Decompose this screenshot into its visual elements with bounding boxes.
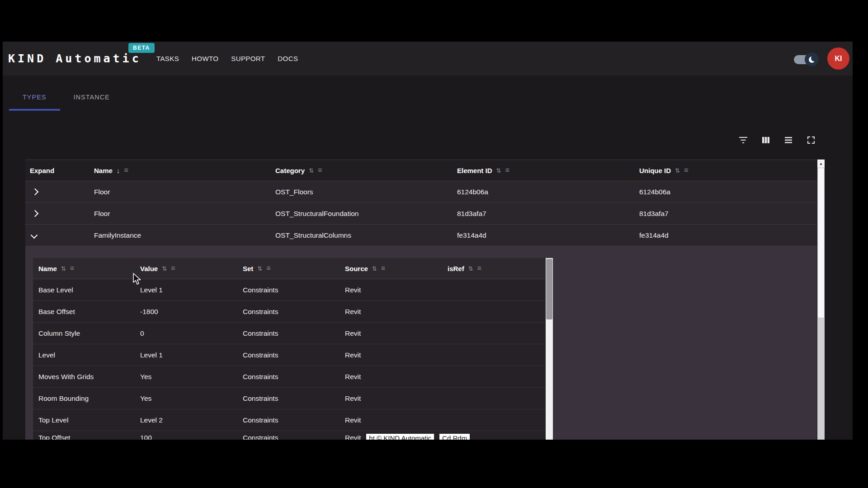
density-icon <box>783 135 794 145</box>
highlighted-fragment: ht © KIND Automatic <box>366 434 434 440</box>
columns-icon <box>760 135 771 145</box>
scroll-up-button[interactable]: ▲ <box>817 160 825 168</box>
filter-icon <box>738 135 749 145</box>
column-header-value[interactable]: Value ⇅ ≡ <box>140 258 175 279</box>
cell-name: Top Offset <box>38 431 70 440</box>
cell-source: Revit <box>345 409 361 431</box>
cell-set: Constraints <box>243 279 278 300</box>
sort-icon[interactable]: ⇅ <box>309 167 314 174</box>
tab-types[interactable]: TYPES <box>9 85 60 111</box>
scroll-up-arrow-icon: ▲ <box>819 161 823 166</box>
filter-button[interactable] <box>738 135 749 145</box>
nav-item-tasks[interactable]: TASKS <box>156 55 179 62</box>
main-scrollbar[interactable]: ▲ <box>817 160 825 440</box>
cell-source: Revit <box>345 344 361 366</box>
chevron-right-icon <box>32 210 39 217</box>
column-header-unique-id[interactable]: Unique ID ⇅ ≡ <box>639 160 688 181</box>
sort-icon[interactable]: ⇅ <box>372 265 377 272</box>
column-header-name[interactable]: Name ⇅ ≡ <box>38 258 74 279</box>
param-row: Level Level 1 Constraints Revit <box>33 344 546 366</box>
main-scrollbar-thumb[interactable] <box>817 168 825 318</box>
cell-value: -1800 <box>140 301 158 322</box>
column-header-source[interactable]: Source ⇅ ≡ <box>345 258 385 279</box>
cell-name: Level <box>38 344 55 366</box>
columns-button[interactable] <box>760 135 771 145</box>
cell-set: Constraints <box>243 409 278 431</box>
column-label: isRef <box>448 265 464 272</box>
user-avatar[interactable]: KI <box>827 47 849 70</box>
cell-source: Revit <box>345 279 361 300</box>
tab-instance[interactable]: INSTANCE <box>60 85 123 111</box>
nav-item-docs[interactable]: DOCS <box>278 55 298 62</box>
column-header-set[interactable]: Set ⇅ ≡ <box>243 258 271 279</box>
cell-name: FamilyInstance <box>94 225 141 246</box>
column-menu-icon[interactable]: ≡ <box>266 264 270 272</box>
sort-desc-icon[interactable]: ↓ <box>117 167 120 174</box>
chevron-down-icon <box>31 232 38 239</box>
column-header-name[interactable]: Name ↓ ≡ <box>94 160 128 181</box>
density-button[interactable] <box>783 135 794 145</box>
param-row: Room Bounding Yes Constraints Revit <box>33 388 546 409</box>
cell-unique-id: 81d3afa7 <box>639 203 669 224</box>
sort-icon[interactable]: ⇅ <box>61 265 66 272</box>
cell-source: Revit ht © KIND Automatic Cd Rdm <box>345 431 470 440</box>
cell-name: Base Level <box>38 279 73 300</box>
column-header-category[interactable]: Category ⇅ ≡ <box>275 160 322 181</box>
expand-toggle[interactable] <box>33 203 38 224</box>
column-menu-icon[interactable]: ≡ <box>505 166 509 174</box>
cell-name: Base Offset <box>38 301 75 322</box>
cell-value: Level 2 <box>140 409 163 431</box>
sort-icon[interactable]: ⇅ <box>496 167 501 174</box>
sort-icon[interactable]: ⇅ <box>162 265 167 272</box>
param-row: Base Offset -1800 Constraints Revit <box>33 301 546 323</box>
param-row: Base Level Level 1 Constraints Revit <box>33 279 546 301</box>
cell-category: OST_StructuralFoundation <box>275 203 359 224</box>
sort-icon[interactable]: ⇅ <box>675 167 680 174</box>
app-logo[interactable]: KIND Automatic <box>8 52 142 65</box>
parameters-grid: Name ⇅ ≡ Value ⇅ ≡ Set ⇅ ≡ <box>33 258 546 440</box>
column-header-element-id[interactable]: Element ID ⇅ ≡ <box>457 160 509 181</box>
column-menu-icon[interactable]: ≡ <box>684 166 688 174</box>
cell-element-id: fe314a4d <box>457 225 486 246</box>
cell-name: Floor <box>94 203 110 224</box>
cell-value: Yes <box>140 366 151 387</box>
detail-scrollbar[interactable] <box>546 258 553 440</box>
cell-name: Floor <box>94 181 110 202</box>
cell-set: Constraints <box>243 301 278 322</box>
param-row: Column Style 0 Constraints Revit <box>33 323 546 344</box>
column-header-isref[interactable]: isRef ⇅ ≡ <box>448 258 481 279</box>
theme-toggle[interactable] <box>794 55 816 64</box>
nav-item-support[interactable]: SUPPORT <box>231 55 265 62</box>
cell-category: OST_Floors <box>275 181 313 202</box>
app-window: KIND Automatic BETA TASKS HOWTO SUPPORT … <box>3 42 853 440</box>
cell-name: Top Level <box>38 409 68 431</box>
sort-icon[interactable]: ⇅ <box>257 265 262 272</box>
source-text: Revit <box>345 434 361 440</box>
column-menu-icon[interactable]: ≡ <box>477 264 481 272</box>
cell-source: Revit <box>345 366 361 387</box>
column-menu-icon[interactable]: ≡ <box>318 166 322 174</box>
cell-value: 100 <box>140 431 152 440</box>
cell-set: Constraints <box>243 344 278 366</box>
fullscreen-button[interactable] <box>806 135 816 145</box>
moon-icon <box>809 56 815 63</box>
column-label: Element ID <box>457 167 492 174</box>
column-label: Name <box>94 167 113 174</box>
table-row-familyinstance: FamilyInstance OST_StructuralColumns fe3… <box>25 225 817 246</box>
cell-unique-id: fe314a4d <box>639 225 669 246</box>
sort-icon[interactable]: ⇅ <box>468 265 473 272</box>
collapse-toggle[interactable] <box>32 225 37 246</box>
param-row: Moves With Grids Yes Constraints Revit <box>33 366 546 388</box>
column-menu-icon[interactable]: ≡ <box>381 264 385 272</box>
cell-set: Constraints <box>243 323 278 344</box>
column-menu-icon[interactable]: ≡ <box>171 264 175 272</box>
main-nav: TASKS HOWTO SUPPORT DOCS <box>156 42 298 75</box>
expand-toggle[interactable] <box>33 181 38 202</box>
nav-item-howto[interactable]: HOWTO <box>192 55 218 62</box>
cell-set: Constraints <box>243 431 278 440</box>
detail-scrollbar-thumb[interactable] <box>546 259 552 319</box>
expanded-detail-panel: Name ⇅ ≡ Value ⇅ ≡ Set ⇅ ≡ <box>25 246 817 440</box>
column-label: Source <box>345 265 368 272</box>
column-menu-icon[interactable]: ≡ <box>124 166 128 174</box>
column-menu-icon[interactable]: ≡ <box>70 264 74 272</box>
